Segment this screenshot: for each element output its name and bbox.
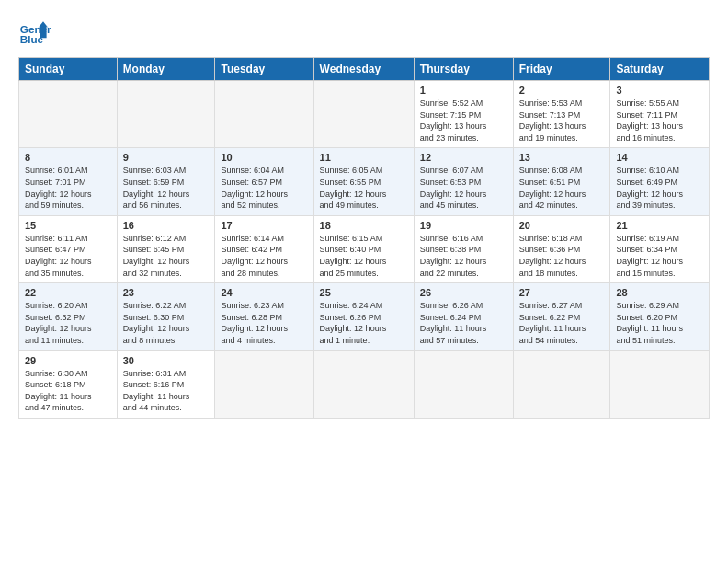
day-cell: 8 Sunrise: 6:01 AMSunset: 7:01 PMDayligh… — [19, 148, 118, 215]
day-detail: Sunrise: 6:22 AMSunset: 6:30 PMDaylight:… — [123, 300, 210, 346]
day-cell: 21 Sunrise: 6:19 AMSunset: 6:34 PMDaylig… — [610, 215, 710, 282]
day-number: 14 — [616, 152, 703, 163]
day-detail: Sunrise: 6:12 AMSunset: 6:45 PMDaylight:… — [123, 233, 210, 279]
day-number: 1 — [420, 85, 507, 96]
day-cell: 18 Sunrise: 6:15 AMSunset: 6:40 PMDaylig… — [313, 215, 414, 282]
day-cell: 2 Sunrise: 5:53 AMSunset: 7:13 PMDayligh… — [513, 81, 610, 148]
day-cell: 9 Sunrise: 6:03 AMSunset: 6:59 PMDayligh… — [117, 148, 215, 215]
day-detail: Sunrise: 6:15 AMSunset: 6:40 PMDaylight:… — [320, 233, 408, 279]
day-detail: Sunrise: 6:01 AMSunset: 7:01 PMDaylight:… — [25, 165, 111, 211]
day-number: 3 — [616, 85, 703, 96]
logo: General Blue — [18, 15, 51, 48]
day-detail: Sunrise: 6:10 AMSunset: 6:49 PMDaylight:… — [616, 165, 703, 211]
day-number: 25 — [320, 287, 408, 298]
day-number: 19 — [420, 220, 507, 231]
day-cell — [414, 350, 513, 418]
day-detail: Sunrise: 6:14 AMSunset: 6:42 PMDaylight:… — [221, 233, 307, 279]
weekday-header: Monday — [117, 58, 215, 81]
day-number: 15 — [25, 220, 111, 231]
day-number: 13 — [519, 152, 605, 163]
day-detail: Sunrise: 6:24 AMSunset: 6:26 PMDaylight:… — [320, 300, 408, 346]
day-detail: Sunrise: 6:31 AMSunset: 6:16 PMDaylight:… — [123, 368, 210, 414]
day-number: 12 — [420, 152, 507, 163]
day-cell: 28 Sunrise: 6:29 AMSunset: 6:20 PMDaylig… — [610, 283, 710, 350]
day-cell: 26 Sunrise: 6:26 AMSunset: 6:24 PMDaylig… — [414, 283, 513, 350]
day-number: 23 — [123, 287, 210, 298]
day-cell: 10 Sunrise: 6:04 AMSunset: 6:57 PMDaylig… — [215, 148, 313, 215]
day-detail: Sunrise: 6:30 AMSunset: 6:18 PMDaylight:… — [25, 368, 111, 414]
day-cell: 12 Sunrise: 6:07 AMSunset: 6:53 PMDaylig… — [414, 148, 513, 215]
day-number: 27 — [519, 287, 605, 298]
weekday-header: Tuesday — [215, 58, 313, 81]
day-number: 30 — [123, 355, 210, 366]
day-cell: 29 Sunrise: 6:30 AMSunset: 6:18 PMDaylig… — [19, 350, 118, 418]
day-number: 21 — [616, 220, 703, 231]
day-detail: Sunrise: 6:05 AMSunset: 6:55 PMDaylight:… — [320, 165, 408, 211]
day-cell — [513, 350, 610, 418]
day-detail: Sunrise: 6:23 AMSunset: 6:28 PMDaylight:… — [221, 300, 307, 346]
day-detail: Sunrise: 6:16 AMSunset: 6:38 PMDaylight:… — [420, 233, 507, 279]
weekday-header: Sunday — [19, 58, 118, 81]
day-number: 10 — [221, 152, 307, 163]
day-number: 22 — [25, 287, 111, 298]
empty-cell — [117, 81, 215, 148]
day-detail: Sunrise: 6:20 AMSunset: 6:32 PMDaylight:… — [25, 300, 111, 346]
weekday-header: Friday — [513, 58, 610, 81]
calendar-table: SundayMondayTuesdayWednesdayThursdayFrid… — [18, 57, 710, 419]
day-cell: 30 Sunrise: 6:31 AMSunset: 6:16 PMDaylig… — [117, 350, 215, 418]
day-cell: 27 Sunrise: 6:27 AMSunset: 6:22 PMDaylig… — [513, 283, 610, 350]
day-number: 2 — [519, 85, 605, 96]
day-cell — [610, 350, 710, 418]
day-cell: 20 Sunrise: 6:18 AMSunset: 6:36 PMDaylig… — [513, 215, 610, 282]
day-detail: Sunrise: 6:04 AMSunset: 6:57 PMDaylight:… — [221, 165, 307, 211]
day-number: 20 — [519, 220, 605, 231]
day-detail: Sunrise: 6:11 AMSunset: 6:47 PMDaylight:… — [25, 233, 111, 279]
day-cell: 14 Sunrise: 6:10 AMSunset: 6:49 PMDaylig… — [610, 148, 710, 215]
empty-cell — [19, 81, 118, 148]
day-detail: Sunrise: 6:07 AMSunset: 6:53 PMDaylight:… — [420, 165, 507, 211]
weekday-header: Thursday — [414, 58, 513, 81]
weekday-header: Wednesday — [313, 58, 414, 81]
day-number: 9 — [123, 152, 210, 163]
day-number: 8 — [25, 152, 111, 163]
day-number: 26 — [420, 287, 507, 298]
day-cell: 3 Sunrise: 5:55 AMSunset: 7:11 PMDayligh… — [610, 81, 710, 148]
day-cell: 23 Sunrise: 6:22 AMSunset: 6:30 PMDaylig… — [117, 283, 215, 350]
day-detail: Sunrise: 6:19 AMSunset: 6:34 PMDaylight:… — [616, 233, 703, 279]
day-cell: 24 Sunrise: 6:23 AMSunset: 6:28 PMDaylig… — [215, 283, 313, 350]
day-detail: Sunrise: 5:55 AMSunset: 7:11 PMDaylight:… — [616, 98, 703, 144]
day-cell: 22 Sunrise: 6:20 AMSunset: 6:32 PMDaylig… — [19, 283, 118, 350]
day-detail: Sunrise: 6:26 AMSunset: 6:24 PMDaylight:… — [420, 300, 507, 346]
day-detail: Sunrise: 6:18 AMSunset: 6:36 PMDaylight:… — [519, 233, 605, 279]
day-number: 17 — [221, 220, 307, 231]
day-number: 29 — [25, 355, 111, 366]
day-number: 11 — [320, 152, 408, 163]
day-cell: 11 Sunrise: 6:05 AMSunset: 6:55 PMDaylig… — [313, 148, 414, 215]
day-cell: 17 Sunrise: 6:14 AMSunset: 6:42 PMDaylig… — [215, 215, 313, 282]
day-cell: 15 Sunrise: 6:11 AMSunset: 6:47 PMDaylig… — [19, 215, 118, 282]
day-detail: Sunrise: 5:52 AMSunset: 7:15 PMDaylight:… — [420, 98, 507, 144]
day-detail: Sunrise: 5:53 AMSunset: 7:13 PMDaylight:… — [519, 98, 605, 144]
day-cell — [313, 350, 414, 418]
logo-icon: General Blue — [18, 15, 51, 48]
empty-cell — [215, 81, 313, 148]
day-cell: 1 Sunrise: 5:52 AMSunset: 7:15 PMDayligh… — [414, 81, 513, 148]
day-number: 16 — [123, 220, 210, 231]
day-number: 28 — [616, 287, 703, 298]
empty-cell — [313, 81, 414, 148]
weekday-header: Saturday — [610, 58, 710, 81]
day-number: 24 — [221, 287, 307, 298]
day-cell: 16 Sunrise: 6:12 AMSunset: 6:45 PMDaylig… — [117, 215, 215, 282]
day-number: 18 — [320, 220, 408, 231]
day-detail: Sunrise: 6:03 AMSunset: 6:59 PMDaylight:… — [123, 165, 210, 211]
day-detail: Sunrise: 6:27 AMSunset: 6:22 PMDaylight:… — [519, 300, 605, 346]
day-cell — [215, 350, 313, 418]
day-detail: Sunrise: 6:08 AMSunset: 6:51 PMDaylight:… — [519, 165, 605, 211]
day-cell: 19 Sunrise: 6:16 AMSunset: 6:38 PMDaylig… — [414, 215, 513, 282]
day-cell: 25 Sunrise: 6:24 AMSunset: 6:26 PMDaylig… — [313, 283, 414, 350]
day-detail: Sunrise: 6:29 AMSunset: 6:20 PMDaylight:… — [616, 300, 703, 346]
day-cell: 13 Sunrise: 6:08 AMSunset: 6:51 PMDaylig… — [513, 148, 610, 215]
